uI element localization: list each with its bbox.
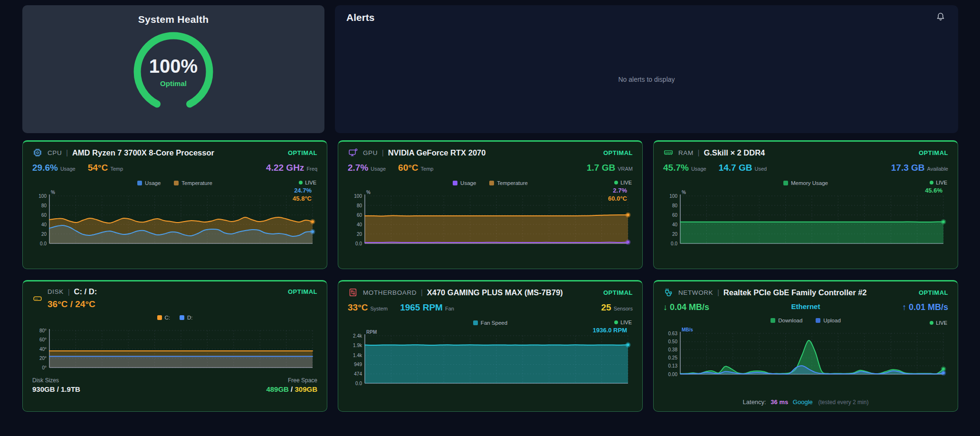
- gpu-chart-legend: Usage Temperature LIVE: [348, 179, 633, 187]
- latency-value: 36 ms: [771, 398, 788, 406]
- live-dot-icon: [299, 181, 303, 184]
- divider: |: [68, 288, 70, 296]
- legend-download: Download: [771, 318, 802, 323]
- motherboard-status-badge: OPTIMAL: [603, 289, 633, 296]
- middle-row: CPU | AMD Ryzen 7 3700X 8-Core Processor…: [22, 140, 958, 269]
- svg-text:60: 60: [357, 213, 362, 218]
- ram-status-badge: OPTIMAL: [919, 149, 948, 156]
- network-traffic-chart: 0.630.500.380.250.130.00MB/s: [663, 327, 948, 379]
- legend-swatch-upload: [816, 318, 820, 323]
- gpu-temp-stat: 60°CTemp: [398, 163, 433, 173]
- svg-text:1.9k: 1.9k: [353, 343, 362, 348]
- ram-used-stat: 14.7 GBUsed: [719, 163, 767, 173]
- legend-fan-speed: Fan Speed: [473, 320, 507, 326]
- svg-text:80: 80: [357, 203, 362, 208]
- ram-available-stat: 17.3 GBAvailable: [891, 163, 948, 173]
- fan-speed-chart: 2.4k1.9k1.4k9494740.0RPM: [348, 329, 633, 388]
- gpu-monitor-icon: [348, 147, 358, 158]
- cpu-name: AMD Ryzen 7 3700X 8-Core Processor: [72, 148, 214, 157]
- svg-text:40: 40: [41, 222, 47, 227]
- network-name: Realtek PCIe GbE Family Controller #2: [723, 288, 867, 297]
- cpu-chart-legend: Usage Temperature LIVE: [32, 179, 317, 187]
- disk-temp-chart: 80°60°40°20°0°: [32, 324, 317, 372]
- legend-swatch-c: [157, 315, 162, 320]
- svg-text:MB/s: MB/s: [682, 327, 693, 332]
- motherboard-name: X470 GAMING PLUS MAX (MS-7B79): [427, 288, 563, 297]
- live-indicator: LIVE: [930, 180, 947, 185]
- live-indicator: LIVE: [614, 320, 632, 325]
- ram-chart-legend: Memory Usage LIVE: [663, 179, 948, 187]
- gpu-history-chart: 100806040200.0%: [348, 189, 633, 248]
- gpu-name: NVIDIA GeForce RTX 2070: [388, 148, 486, 157]
- live-dot-icon: [930, 181, 933, 184]
- health-status: Optimal: [160, 79, 187, 87]
- bell-icon[interactable]: [935, 12, 946, 22]
- motherboard-circuit-icon: [348, 287, 358, 298]
- svg-text:0.38: 0.38: [668, 347, 678, 352]
- network-plug-icon: [663, 287, 674, 298]
- svg-text:80: 80: [41, 203, 47, 208]
- svg-text:0.25: 0.25: [668, 355, 678, 360]
- gpu-type-label: GPU: [363, 149, 378, 156]
- health-percentage: 100%: [149, 57, 198, 76]
- disk-drive-icon: [32, 293, 43, 304]
- network-type-label: NETWORK: [678, 289, 713, 296]
- divider: |: [421, 289, 423, 296]
- svg-text:%: %: [51, 190, 55, 195]
- divider: |: [66, 149, 68, 156]
- divider: |: [382, 149, 384, 156]
- cpu-card: CPU | AMD Ryzen 7 3700X 8-Core Processor…: [22, 140, 327, 269]
- motherboard-system-temp-stat: 33°CSystem: [348, 302, 388, 313]
- ram-stick-icon: [663, 147, 674, 158]
- svg-text:60: 60: [41, 213, 47, 218]
- svg-text:40°: 40°: [39, 347, 47, 352]
- legend-swatch-download: [771, 318, 775, 323]
- motherboard-current-values: 1936.0 RPM: [593, 326, 627, 334]
- svg-text:80: 80: [672, 203, 678, 208]
- alerts-title: Alerts: [346, 12, 375, 23]
- network-card: NETWORK | Realtek PCIe GbE Family Contro…: [653, 280, 958, 412]
- legend-usage: Usage: [453, 180, 476, 186]
- disk-type-label: DISK: [48, 288, 64, 295]
- gpu-card: GPU | NVIDIA GeForce RTX 2070 OPTIMAL 2.…: [338, 140, 643, 269]
- svg-text:474: 474: [354, 371, 362, 377]
- live-indicator: LIVE: [930, 320, 947, 326]
- legend-swatch-memory: [783, 181, 788, 185]
- legend-usage: Usage: [137, 180, 161, 186]
- legend-swatch-temperature: [174, 181, 179, 185]
- latency-provider[interactable]: Google: [793, 398, 813, 406]
- cpu-usage-stat: 29.6%Usage: [32, 163, 76, 173]
- legend-drive-d: D:: [180, 315, 193, 320]
- health-gauge: 100% Optimal: [132, 30, 215, 114]
- network-status-badge: OPTIMAL: [919, 289, 948, 296]
- legend-temperature: Temperature: [489, 180, 528, 186]
- ram-usage-stat: 45.7%Usage: [663, 163, 706, 173]
- svg-text:0.50: 0.50: [668, 339, 678, 344]
- disk-chart-legend: C: D:: [32, 313, 317, 322]
- ram-name: G.Skill × 2 DDR4: [704, 148, 765, 157]
- bottom-row: DISK | C: / D: OPTIMAL 36°C / 24°C C: D:…: [22, 280, 958, 412]
- legend-upload: Upload: [816, 318, 840, 323]
- disk-temps: 36°C / 24°C: [48, 299, 317, 310]
- svg-text:100: 100: [354, 194, 362, 199]
- svg-text:0.0: 0.0: [355, 241, 362, 246]
- motherboard-fan-stat: 1965 RPMFan: [400, 302, 454, 313]
- svg-text:60°: 60°: [39, 337, 47, 342]
- legend-swatch-d: [180, 315, 184, 320]
- motherboard-card: MOTHERBOARD | X470 GAMING PLUS MAX (MS-7…: [338, 280, 643, 412]
- gpu-current-values: 2.7% 60.0°C: [608, 186, 627, 203]
- legend-drive-c: C:: [157, 315, 171, 320]
- motherboard-chart-legend: Fan Speed LIVE: [348, 319, 633, 327]
- disk-status-badge: OPTIMAL: [288, 288, 317, 295]
- top-row: System Health 100% Optimal Alerts No ale…: [22, 5, 958, 133]
- live-dot-icon: [614, 320, 618, 324]
- free-space: Free Space 489GB / 309GB: [266, 377, 317, 393]
- legend-swatch-fan: [473, 320, 478, 325]
- divider: |: [698, 149, 700, 156]
- cpu-freq-stat: 4.22 GHzFreq: [266, 163, 317, 173]
- live-dot-icon: [614, 181, 618, 184]
- gpu-vram-stat: 1.7 GBVRAM: [587, 163, 633, 173]
- cpu-chip-icon: [32, 147, 43, 158]
- latency-label: Latency:: [743, 398, 766, 406]
- svg-text:100: 100: [38, 194, 47, 199]
